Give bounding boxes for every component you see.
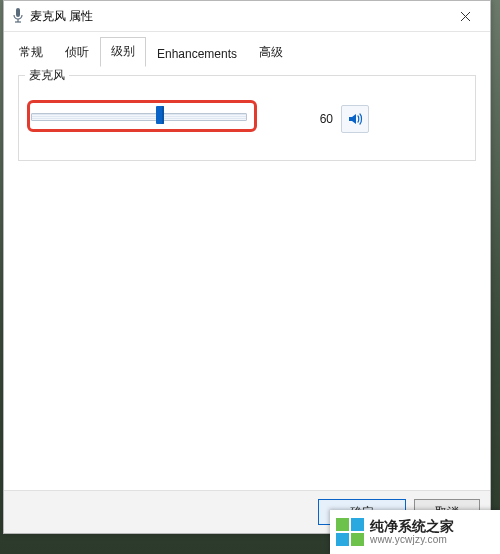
level-slider-row: 60 xyxy=(31,104,463,134)
microphone-icon xyxy=(12,8,24,24)
watermark-text: 纯净系统之家 www.ycwjzy.com xyxy=(370,518,454,546)
close-button[interactable] xyxy=(444,2,486,30)
svg-rect-0 xyxy=(16,8,20,17)
tab-levels[interactable]: 级别 xyxy=(100,37,146,67)
watermark-logo-icon xyxy=(336,518,364,546)
properties-dialog: 麦克风 属性 常规 侦听 级别 Enhancements 高级 麦克风 60 xyxy=(3,0,491,534)
slider-thumb[interactable] xyxy=(156,106,164,124)
slider-track xyxy=(31,113,247,121)
tab-body: 麦克风 60 xyxy=(8,61,486,491)
watermark-banner: 纯净系统之家 www.ycwjzy.com xyxy=(330,510,500,554)
level-slider[interactable] xyxy=(31,104,247,134)
close-icon xyxy=(460,11,471,22)
groupbox-label: 麦克风 xyxy=(25,67,69,84)
level-value: 60 xyxy=(275,112,333,126)
watermark-line2: www.ycwjzy.com xyxy=(370,534,454,546)
titlebar: 麦克风 属性 xyxy=(4,1,490,32)
watermark-line1: 纯净系统之家 xyxy=(370,518,454,534)
speaker-on-icon xyxy=(347,111,363,127)
mute-button[interactable] xyxy=(341,105,369,133)
dialog-title: 麦克风 属性 xyxy=(30,8,444,25)
microphone-groupbox: 麦克风 60 xyxy=(18,75,476,161)
